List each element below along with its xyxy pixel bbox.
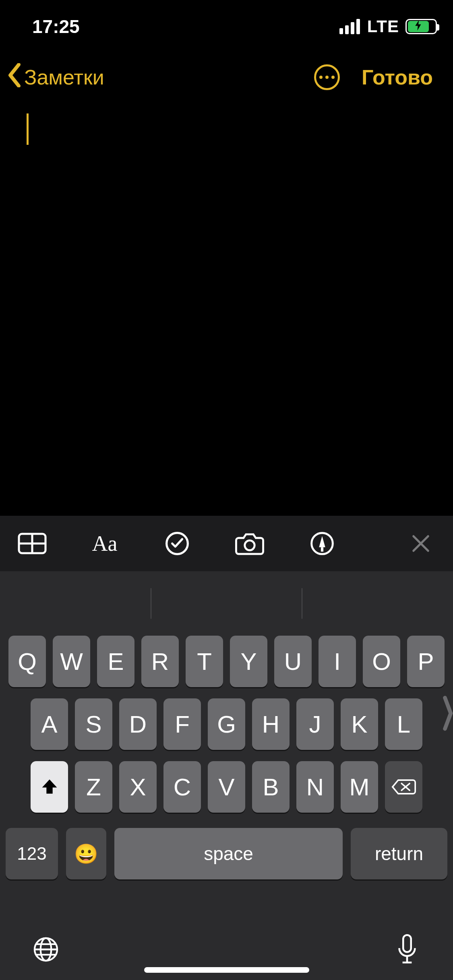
shift-key[interactable] <box>31 761 68 813</box>
status-bar: 17:25 LTE <box>0 0 453 53</box>
ellipsis-icon <box>319 76 323 79</box>
camera-icon[interactable] <box>234 527 266 560</box>
key-m[interactable]: M <box>341 761 378 813</box>
back-label: Заметки <box>24 65 104 89</box>
charging-bolt-icon <box>415 20 422 33</box>
key-n[interactable]: N <box>296 761 334 813</box>
key-d[interactable]: D <box>119 698 157 750</box>
chevron-left-icon <box>7 63 22 92</box>
key-l[interactable]: L <box>385 698 422 750</box>
key-t[interactable]: T <box>186 636 223 687</box>
status-time: 17:25 <box>32 16 80 37</box>
network-type: LTE <box>367 17 399 36</box>
key-y[interactable]: Y <box>230 636 267 687</box>
more-button[interactable] <box>314 64 340 90</box>
close-icon[interactable] <box>405 527 437 560</box>
key-o[interactable]: O <box>363 636 400 687</box>
suggestion-bar <box>0 571 453 636</box>
key-i[interactable]: I <box>319 636 356 687</box>
svg-rect-16 <box>403 935 411 952</box>
text-format-icon[interactable]: Aa <box>89 527 121 560</box>
key-w[interactable]: W <box>53 636 90 687</box>
chevron-right-icon[interactable] <box>443 695 453 739</box>
key-q[interactable]: Q <box>8 636 46 687</box>
backspace-key[interactable] <box>385 761 422 813</box>
home-indicator[interactable] <box>144 967 309 973</box>
nav-bar: Заметки Готово <box>0 53 453 101</box>
key-k[interactable]: K <box>341 698 378 750</box>
key-g[interactable]: G <box>208 698 245 750</box>
key-z[interactable]: Z <box>75 761 112 813</box>
key-j[interactable]: J <box>296 698 334 750</box>
markup-icon[interactable] <box>306 527 338 560</box>
key-f[interactable]: F <box>163 698 201 750</box>
key-x[interactable]: X <box>119 761 157 813</box>
back-button[interactable]: Заметки <box>7 63 104 92</box>
space-key[interactable]: space <box>114 828 343 879</box>
dictation-icon[interactable] <box>393 935 422 964</box>
key-r[interactable]: R <box>141 636 179 687</box>
key-e[interactable]: E <box>97 636 134 687</box>
battery-icon <box>405 19 437 34</box>
keyboard: Q W E R T Y U I O P A S D F G H J K L Z <box>0 571 453 980</box>
svg-point-4 <box>245 540 254 550</box>
return-key[interactable]: return <box>351 828 447 879</box>
emoji-key[interactable]: 😀 <box>66 828 106 879</box>
format-toolbar: Aa <box>0 516 453 571</box>
key-p[interactable]: P <box>407 636 445 687</box>
key-h[interactable]: H <box>252 698 290 750</box>
numeric-key[interactable]: 123 <box>6 828 58 879</box>
key-v[interactable]: V <box>208 761 245 813</box>
checklist-icon[interactable] <box>161 527 193 560</box>
done-button[interactable]: Готово <box>362 65 433 89</box>
key-u[interactable]: U <box>274 636 312 687</box>
svg-rect-6 <box>321 547 323 552</box>
text-cursor <box>27 113 29 145</box>
key-a[interactable]: A <box>31 698 68 750</box>
key-s[interactable]: S <box>75 698 112 750</box>
key-c[interactable]: C <box>163 761 201 813</box>
signal-icon <box>339 19 360 34</box>
key-b[interactable]: B <box>252 761 290 813</box>
note-editor[interactable] <box>0 101 453 584</box>
globe-icon[interactable] <box>31 935 60 964</box>
table-icon[interactable] <box>16 527 48 560</box>
